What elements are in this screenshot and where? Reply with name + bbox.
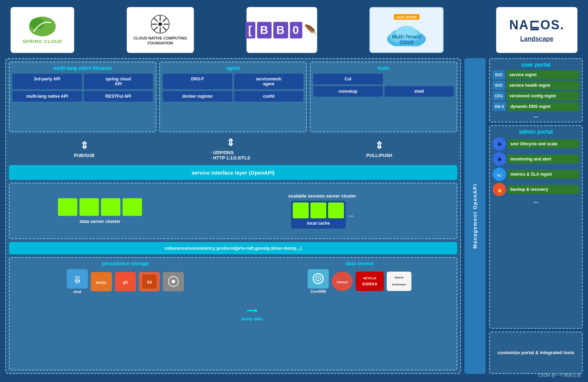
protocol-row: ⇕ PUB/SUB ⇕ · UDP/DNS· HTTP 1.1/2.0/TLS … [9,135,457,162]
backup-recovery-row: 🔥 backup & recovery [493,183,579,196]
nacos-title: NA⊑OS. [509,18,564,32]
consul-logo: Consul [332,272,353,291]
mysql-logo: MySQL [91,272,112,291]
k8s-icon-2: ⎈ [493,152,506,166]
sevr-lifecycle-row: ⎈ sevr lifecycle and scale [493,137,579,151]
pull-push-item: ⇕ PULL/PUSH [366,140,392,158]
svg-text:NETFLIX: NETFLIX [363,277,377,280]
left-panel: multi-lang client libraries 3rd-party AP… [5,58,461,374]
user-portal-items: SVC service mgmt SVC service health mgmt… [493,70,579,119]
aws-badge: user portal [394,14,420,20]
svc-row: SVC service mgmt [493,70,579,79]
dynamic-dns-label: dynamic DNS mgmt [507,102,579,111]
nacos-logo: NA⊑OS. Landscape [496,7,577,53]
dots-1: ... [493,113,579,119]
datasource-title: data source [266,261,454,266]
third-party-api-btn: 3rd-party API [12,74,82,89]
zookeeper-logo: Apache Zookeeper [387,272,411,291]
nacos-subtitle: Landscape [520,35,553,43]
cache-box-1 [293,202,309,218]
versioned-config-row: CFG versioned config mgmt [493,91,579,101]
pub-sub-item: ⇕ PUB/SUB [74,140,95,158]
confd-btn: confd [234,91,304,102]
svg-text:git: git [123,280,128,284]
svg-text:Consul: Consul [337,280,348,284]
tools-title: tools [313,65,454,71]
k8s-icon: ⎈ [493,137,506,151]
server-boxes [58,198,142,216]
server-box-2 [79,198,99,216]
restful-api-btn: RESTFul API [84,91,153,102]
svg-text:S3: S3 [147,280,152,284]
service-mgmt-label: service mgmt [506,70,579,79]
svc-tag: SVC [493,70,505,79]
svg-point-32 [317,278,319,279]
svg-text:MySQL: MySQL [96,281,107,284]
dubbo-logo: [ B B 0 🪶 [247,7,317,53]
spring-cloud-text: SPRING CLOUD [23,39,62,44]
zookeeper-icon: Apache Zookeeper [387,272,411,291]
svg-point-28 [172,280,175,283]
multi-tenant-text: Multi-TenantCloud [370,34,443,45]
storage-logos: etcd etcd MySQL [12,269,238,294]
pub-sub-text: PUB/SUB [74,153,95,158]
pull-push-text: PULL/PUSH [366,153,392,158]
management-label: Management OpenAPI [472,183,478,249]
docker-icon: 🐋 [493,168,506,181]
cli-btn2 [385,74,454,84]
cncf-text: CLOUD NATIVE COMPUTING FOUNDATION [127,36,194,46]
udp-dns-item: ⇕ · UDP/DNS· HTTP 1.1/2.0/TLS [210,137,250,160]
versioned-config-label: versioned config mgmt [506,91,579,101]
local-cache-label: local cache [303,220,333,227]
right-panel: user portal SVC service mgmt SVC service… [489,58,583,374]
multilang-api-btn: multi-lang native API [12,91,82,102]
server-box-3 [101,198,120,216]
svg-rect-35 [357,273,382,290]
local-cache-box: local cache [291,201,346,229]
backup-recovery-label: backup & recovery [507,185,579,194]
metrics-sla-label: metrics & SLA mgmt [507,170,579,179]
header-area: SPRING CLOUD CLOUD NATIVE COMPUTING FOUN… [0,0,588,58]
svc-tag-2: SVC [493,81,505,90]
persistence-title: persistence storage [12,261,238,266]
service-interface-bar: service interface layer (OpenAPI) [9,165,457,180]
sevr-lifecycle-label: sevr lifecycle and scale [507,139,579,148]
coredns-icon [308,269,329,289]
svg-text:etcd: etcd [75,275,80,278]
etcd-icon: etcd [67,269,88,289]
cncf-logo: CLOUD NATIVE COMPUTING FOUNDATION [127,7,194,53]
main-area: multi-lang client libraries 3rd-party AP… [0,58,588,376]
svg-text:Apache: Apache [395,276,404,279]
management-panel: Management OpenAPI [464,58,486,374]
svg-rect-38 [388,273,410,290]
scalable-section: scalable session server cluster local ca… [191,186,454,236]
ellipsis: ... [349,212,353,218]
etcd-logo: etcd etcd [67,269,88,294]
admin-items: ⎈ sevr lifecycle and scale ⎈ monitoring … [493,137,579,204]
consul-icon: Consul [332,272,353,291]
eureka-icon: NETFLIX EUREKA [356,272,384,291]
client-libs-title: multi-lang client libraries [12,65,153,71]
spring-cloud-logo: SPRING CLOUD [11,7,74,53]
monitoring-alert-label: monitoring and alert [507,154,579,164]
persistence-row: persistence storage etcd etcd [9,257,457,370]
user-portal-section: user portal SVC service mgmt SVC service… [489,58,583,122]
tools-grid: CuI nslookup shell [313,74,454,97]
data-server-section: data server cluster [12,186,188,236]
disk-icon [163,272,184,291]
git-logo: git [115,272,136,291]
shell-btn: shell [385,86,454,97]
admin-portal-section: admin portal ⎈ sevr lifecycle and scale … [489,125,583,329]
aws-logo: user portal Multi-TenantCloud [369,7,444,53]
servicemesh-btn: servicemeshagent [234,74,304,89]
user-portal-title: user portal [493,62,579,68]
prometheus-icon: 🔥 [493,183,506,196]
api-grid: 3rd-party API spring cloudAPI multi-lang… [12,74,153,102]
cli-btn: CuI [313,74,383,84]
cfg-tag: CFG [493,91,505,101]
customize-text: customize portal & integrated tools [498,349,574,356]
pump-arrow: ⟶ pump data [241,261,263,367]
admin-portal-title: admin portal [493,129,579,135]
svg-line-11 [154,27,158,31]
data-server-label: data server cluster [80,219,121,224]
